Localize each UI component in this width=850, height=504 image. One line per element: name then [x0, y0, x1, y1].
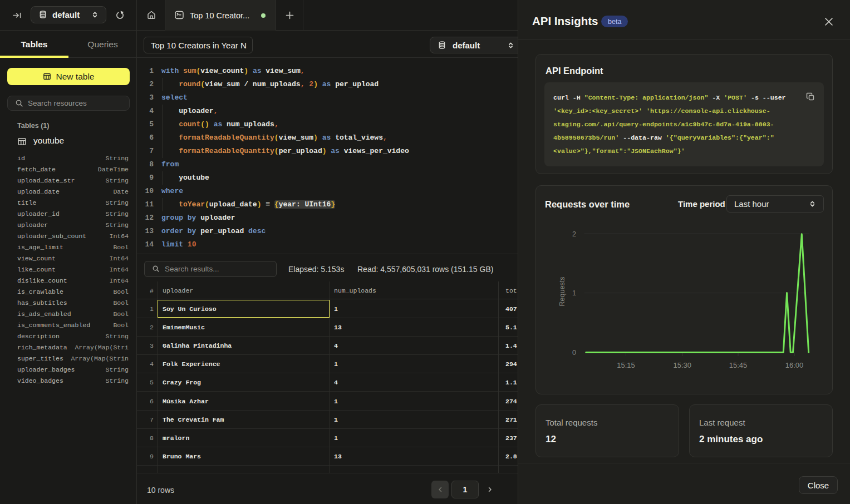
svg-text:2: 2	[572, 230, 576, 238]
svg-text:15:15: 15:15	[617, 361, 635, 369]
svg-text:1: 1	[572, 289, 576, 297]
svg-text:0: 0	[572, 349, 576, 357]
svg-text:Requests: Requests	[558, 277, 566, 307]
svg-text:16:00: 16:00	[785, 361, 804, 369]
svg-text:15:30: 15:30	[673, 361, 691, 369]
svg-text:15:45: 15:45	[729, 361, 748, 369]
